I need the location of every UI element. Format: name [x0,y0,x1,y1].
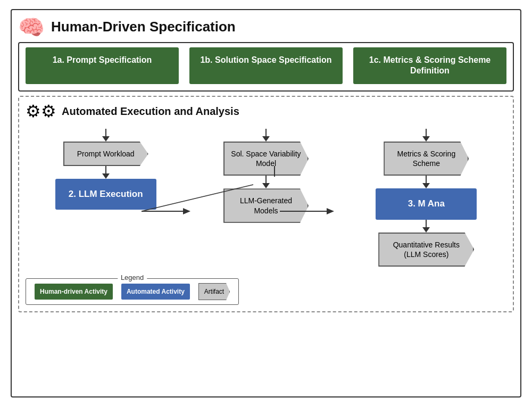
arrow-1c-down [421,129,431,142]
col1: Prompt Workload 2. LLM Execution [26,127,186,269]
svg-marker-5 [262,136,270,142]
arrow-mana-qr [421,220,431,233]
arrow-ms-mana [421,176,431,188]
auto-title: Automated Execution and Analysis [62,105,239,118]
brain-icon: 🧠 [18,16,45,38]
arrow-1a-down [101,129,111,142]
llm-execution-box: 2. LLM Execution [55,179,156,210]
auto-header: ⚙⚙ Automated Execution and Analysis [26,101,506,121]
sol-space-box: Sol. Space Variability Model [223,142,309,176]
box-1a: 1a. Prompt Specification [26,47,179,85]
prompt-workload-box: Prompt Workload [63,142,148,166]
col3: Metrics & Scoring Scheme 3. M Ana Quanti… [346,127,506,269]
automated-section: ⚙⚙ Automated Execution and Analysis Prom… [18,96,514,312]
bottom-row: Legend Human-driven Activity Automated A… [26,273,506,305]
legend-area: Legend Human-driven Activity Automated A… [26,278,239,305]
svg-marker-7 [262,183,270,188]
legend-container: Legend Human-driven Activity Automated A… [26,278,239,305]
arrow-pw-llm [101,166,111,179]
box-1c: 1c. Metrics & Scoring Scheme Definition [353,47,506,85]
header-title: Human-Driven Specification [51,19,236,35]
box-1b: 1b. Solution Space Specification [189,47,343,85]
metrics-scheme-box: Metrics & Scoring Scheme [384,142,469,176]
model-analysis-box: 3. M Ana [376,188,477,219]
arrow-ss-llmgen [261,176,271,188]
human-driven-section: 1a. Prompt Specification 1b. Solution Sp… [18,42,514,92]
header-area: 🧠 Human-Driven Specification [18,16,514,38]
svg-marker-9 [422,136,430,142]
legend-artifact: Artifact [198,283,230,300]
llm-models-box: LLM-Generated Models [223,188,309,222]
main-grid: Prompt Workload 2. LLM Execution [26,127,506,269]
arrow-1b-down [261,129,271,142]
svg-marker-1 [102,136,110,142]
quant-results-box: Quantitative Results (LLM Scores) [378,233,474,267]
legend-title: Legend [118,274,147,281]
svg-marker-11 [422,183,430,188]
diagram-wrapper: 🧠 Human-Driven Specification 1a. Prompt … [11,9,521,397]
legend-human: Human-driven Activity [35,284,113,300]
col2: Sol. Space Variability Model LLM-Generat… [186,127,346,269]
legend-auto: Automated Activity [121,284,190,300]
svg-marker-3 [102,173,110,179]
svg-marker-13 [422,227,430,233]
top-boxes: 1a. Prompt Specification 1b. Solution Sp… [26,47,506,85]
gears-icon: ⚙⚙ [26,101,56,121]
